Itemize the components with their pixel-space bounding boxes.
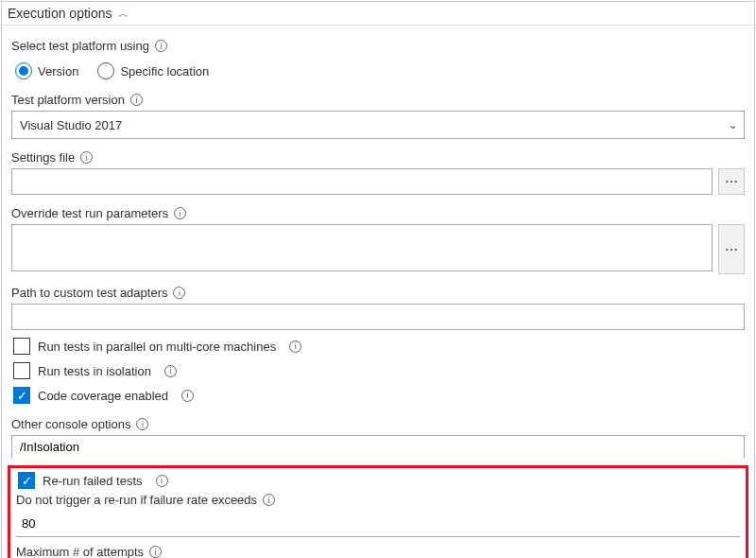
checkbox-coverage[interactable]: ✓ Code coverage enabled i (13, 387, 745, 404)
execution-options-panel: Execution options ︿ Select test platform… (1, 1, 755, 558)
info-icon[interactable]: i (289, 340, 301, 353)
chevron-down-icon: ⌄ (729, 119, 737, 131)
override-params-label-text: Override test run parameters (11, 206, 168, 220)
platform-version-label-text: Test platform version (11, 93, 125, 107)
custom-adapters-label-text: Path to custom test adapters (11, 286, 167, 300)
custom-adapters-input[interactable] (11, 304, 745, 330)
custom-adapters-label: Path to custom test adapters i (11, 286, 745, 300)
settings-file-label-text: Settings file (11, 150, 75, 165)
console-options-input[interactable] (12, 436, 744, 458)
settings-file-label: Settings file i (11, 150, 745, 165)
console-options-label-text: Other console options (11, 417, 130, 431)
platform-select-label-text: Select test platform using (11, 39, 149, 53)
checkbox-icon: ✓ (13, 387, 30, 404)
checkbox-rerun[interactable]: ✓ Re-run failed tests i (18, 472, 740, 489)
browse-button[interactable]: ⋯ (718, 168, 745, 195)
info-icon[interactable]: i (149, 546, 162, 558)
checkbox-coverage-label: Code coverage enabled (38, 389, 168, 403)
platform-version-select[interactable]: Visual Studio 2017 ⌄ (11, 111, 745, 139)
checkbox-icon: ✓ (18, 472, 35, 489)
info-icon[interactable]: i (155, 40, 167, 52)
info-icon[interactable]: i (156, 475, 168, 487)
checkbox-rerun-label: Re-run failed tests (43, 474, 143, 488)
info-icon[interactable]: i (173, 287, 185, 299)
checkbox-isolation[interactable]: Run tests in isolation i (13, 362, 745, 379)
info-icon[interactable]: i (136, 418, 148, 430)
info-icon[interactable]: i (80, 151, 93, 164)
rerun-highlighted-section: ✓ Re-run failed tests i Do not trigger a… (8, 465, 748, 558)
max-attempts-label-text: Maximum # of attempts (16, 545, 144, 558)
checkbox-parallel-label: Run tests in parallel on multi-core mach… (38, 340, 276, 354)
checkbox-icon (13, 338, 30, 355)
info-icon[interactable]: i (164, 365, 177, 377)
radio-version[interactable]: Version (15, 62, 78, 79)
chevron-up-icon: ︿ (118, 7, 129, 21)
section-title: Execution options (8, 6, 112, 21)
section-header[interactable]: Execution options ︿ (2, 2, 754, 26)
radio-specific-location[interactable]: Specific location (97, 62, 209, 79)
browse-button[interactable]: ⋯ (718, 224, 745, 274)
radio-specific-label: Specific location (120, 64, 209, 78)
checkbox-isolation-label: Run tests in isolation (38, 364, 151, 378)
checkbox-parallel[interactable]: Run tests in parallel on multi-core mach… (13, 338, 745, 355)
settings-file-input[interactable] (11, 168, 713, 195)
failure-rate-label: Do not trigger a re-run if failure rate … (16, 493, 740, 507)
platform-version-label: Test platform version i (11, 93, 745, 107)
info-icon[interactable]: i (263, 494, 275, 506)
info-icon[interactable]: i (130, 94, 143, 106)
platform-radio-group: Version Specific location (15, 62, 745, 79)
override-params-label: Override test run parameters i (11, 206, 745, 220)
info-icon[interactable]: i (181, 390, 194, 402)
checkbox-icon (13, 362, 30, 379)
radio-icon (97, 62, 114, 79)
max-attempts-label: Maximum # of attempts i (16, 545, 740, 558)
info-icon[interactable]: i (174, 207, 186, 219)
platform-version-value: Visual Studio 2017 (20, 118, 122, 132)
platform-select-label: Select test platform using i (11, 39, 745, 53)
failure-rate-label-text: Do not trigger a re-run if failure rate … (16, 493, 257, 507)
section-body: Select test platform using i Version Spe… (2, 26, 754, 462)
failure-rate-input[interactable] (16, 511, 740, 537)
radio-version-label: Version (38, 64, 78, 78)
override-params-input[interactable] (11, 224, 713, 271)
console-options-label: Other console options i (11, 417, 745, 431)
radio-icon (15, 62, 32, 79)
